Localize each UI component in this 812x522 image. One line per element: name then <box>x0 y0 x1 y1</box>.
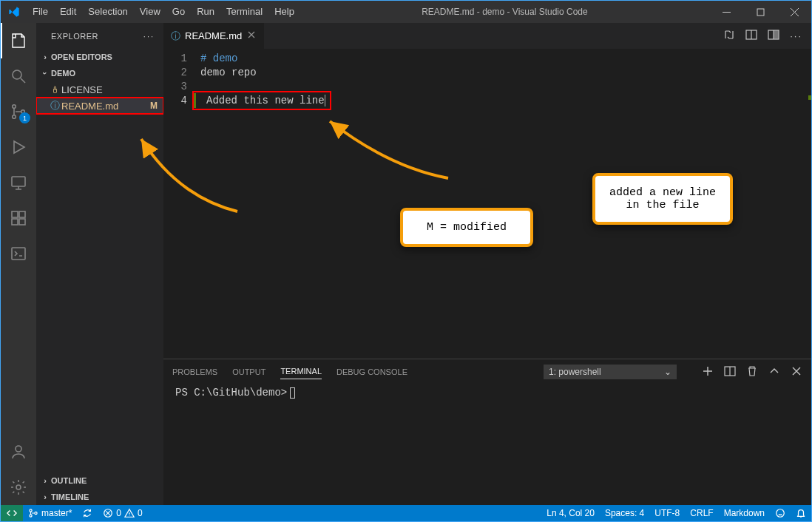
maximize-panel-icon[interactable] <box>768 365 780 379</box>
panel-tabs: PROBLEMS OUTPUT TERMINAL DEBUG CONSOLE 1… <box>163 359 811 384</box>
editor-more-icon[interactable]: ··· <box>790 30 802 41</box>
editor-cursor <box>325 95 325 106</box>
close-tab-icon[interactable] <box>246 30 257 42</box>
activity-extensions[interactable] <box>1 200 36 236</box>
outline-section[interactable]: › OUTLINE <box>36 472 163 489</box>
activity-search[interactable] <box>1 58 36 94</box>
svg-rect-8 <box>12 219 18 225</box>
code-line-2: demo repo <box>200 66 811 80</box>
svg-point-11 <box>16 446 21 452</box>
code-line-1: # demo <box>200 52 811 66</box>
panel-tab-output[interactable]: OUTPUT <box>232 365 265 379</box>
chevron-down-icon: › <box>41 67 50 79</box>
chevron-right-icon: › <box>39 52 51 61</box>
activity-explorer[interactable] <box>1 23 36 58</box>
svg-point-18 <box>30 515 32 517</box>
activity-remote-explorer[interactable] <box>1 165 36 200</box>
status-notifications-icon[interactable] <box>791 505 811 521</box>
status-language[interactable]: Markdown <box>719 505 770 521</box>
activity-terminal-icon[interactable] <box>1 236 36 271</box>
split-terminal-icon[interactable] <box>724 365 736 379</box>
status-cursor-position[interactable]: Ln 4, Col 20 <box>541 505 600 521</box>
split-editor-icon[interactable] <box>768 29 779 43</box>
file-row-license[interactable]: 🕯 LICENSE <box>36 81 163 98</box>
file-status: M <box>150 101 158 111</box>
svg-point-17 <box>30 509 32 512</box>
svg-point-19 <box>35 512 37 514</box>
maximize-button[interactable] <box>743 1 777 23</box>
bottom-panel: PROBLEMS OUTPUT TERMINAL DEBUG CONSOLE 1… <box>163 359 811 505</box>
file-tree: 🕯 LICENSE ⓘ README.md M <box>36 81 163 472</box>
remote-indicator[interactable] <box>1 505 23 521</box>
chevron-down-icon: ⌄ <box>664 367 671 377</box>
status-eol[interactable]: CRLF <box>685 505 718 521</box>
open-editors-section[interactable]: › OPEN EDITORS <box>36 49 163 65</box>
close-panel-icon[interactable] <box>791 365 802 379</box>
activity-source-control[interactable]: 1 <box>1 94 36 129</box>
terminal-body[interactable]: PS C:\GitHub\demo> <box>163 384 811 505</box>
line-number: 1 <box>163 52 187 66</box>
annotation-modified: M = modified <box>400 208 533 247</box>
menu-help[interactable]: Help <box>268 1 300 23</box>
text-editor[interactable]: 1 2 3 4 # demo demo repo Added this new … <box>163 49 811 359</box>
editor-tab-readme[interactable]: ⓘ README.md <box>163 23 265 49</box>
line-number: 4 <box>163 94 187 108</box>
minimize-button[interactable] <box>709 1 743 23</box>
menu-file[interactable]: File <box>27 1 54 23</box>
menu-selection[interactable]: Selection <box>82 1 133 23</box>
menu-edit[interactable]: Edit <box>54 1 82 23</box>
line-number: 3 <box>163 80 187 94</box>
status-problems[interactable]: 0 0 <box>98 505 147 521</box>
editor-group: ⓘ README.md ··· 1 <box>163 23 811 505</box>
git-added-gutter-icon <box>194 93 196 108</box>
svg-point-12 <box>16 485 21 489</box>
kill-terminal-icon[interactable] <box>746 365 758 379</box>
panel-tab-problems[interactable]: PROBLEMS <box>172 365 217 379</box>
file-row-readme[interactable]: ⓘ README.md M <box>36 98 163 114</box>
status-branch[interactable]: master* <box>23 505 77 521</box>
minimap-change-marker <box>808 95 811 100</box>
svg-point-3 <box>13 115 16 119</box>
status-bar: master* 0 0 Ln 4, Col 20 Spaces: 4 UTF-8… <box>1 505 811 521</box>
menu-terminal[interactable]: Terminal <box>220 1 268 23</box>
activity-settings[interactable] <box>1 470 36 505</box>
open-preview-icon[interactable] <box>745 29 757 43</box>
project-section[interactable]: › DEMO <box>36 65 163 81</box>
sidebar-more-icon[interactable]: ··· <box>143 32 155 41</box>
activity-accounts[interactable] <box>1 434 36 470</box>
title-bar: File Edit Selection View Go Run Terminal… <box>1 1 811 23</box>
svg-point-21 <box>777 509 785 518</box>
panel-tab-terminal[interactable]: TERMINAL <box>280 364 322 379</box>
annotation-new-line: added a new line in the file <box>592 173 733 225</box>
editor-actions: ··· <box>723 23 811 49</box>
svg-rect-9 <box>19 219 25 225</box>
file-name: README.md <box>61 101 118 112</box>
panel-actions <box>702 365 802 379</box>
license-file-icon: 🕯 <box>48 84 61 95</box>
status-encoding[interactable]: UTF-8 <box>649 505 685 521</box>
menu-view[interactable]: View <box>134 1 166 23</box>
terminal-selected-label: 1: powershell <box>549 367 601 377</box>
new-terminal-icon[interactable] <box>702 365 714 379</box>
menu-run[interactable]: Run <box>191 1 220 23</box>
status-feedback-icon[interactable] <box>770 505 791 521</box>
status-indentation[interactable]: Spaces: 4 <box>600 505 649 521</box>
status-sync[interactable] <box>77 505 98 521</box>
activity-run-debug[interactable] <box>1 129 36 165</box>
file-name: LICENSE <box>61 84 103 95</box>
close-button[interactable] <box>777 1 811 23</box>
code-line-4: Added this new line <box>206 95 325 106</box>
terminal-selector[interactable]: 1: powershell ⌄ <box>544 365 677 379</box>
timeline-section[interactable]: › TIMELINE <box>36 489 163 505</box>
sidebar-header: EXPLORER ··· <box>36 23 163 49</box>
svg-rect-15 <box>774 31 778 38</box>
outline-label: OUTLINE <box>51 476 87 485</box>
branch-name: master* <box>41 508 72 518</box>
menu-bar: File Edit Selection View Go Run Terminal… <box>27 1 300 23</box>
compare-changes-icon[interactable] <box>723 29 735 43</box>
warnings-count: 0 <box>138 508 143 518</box>
main-area: 1 EXPLORER ·· <box>1 23 811 505</box>
menu-go[interactable]: Go <box>166 1 191 23</box>
panel-tab-debug-console[interactable]: DEBUG CONSOLE <box>336 365 407 379</box>
editor-tabs: ⓘ README.md ··· <box>163 23 811 49</box>
